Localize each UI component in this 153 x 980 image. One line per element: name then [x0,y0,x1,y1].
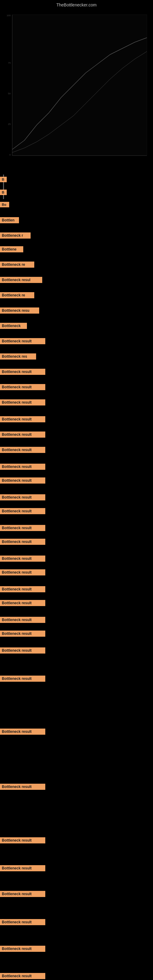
bottleneck-item-15: Bottleneck result [0,384,45,390]
bottleneck-item-10: Bottleneck resu [0,307,39,314]
bottleneck-item-3: Bo [0,202,9,208]
bottleneck-item-16: Bottleneck result [0,399,45,406]
bottleneck-item-32: Bottleneck result [0,647,45,654]
bottleneck-item-31: Bottleneck result [0,630,45,637]
bottleneck-item-41: Bottleneck result [0,973,45,979]
bottleneck-results-container: B B Bo Bottlen Bottleneck r Bottlene Bot… [0,168,153,979]
svg-text:100: 100 [7,14,11,17]
bottleneck-item-21: Bottleneck result [0,477,45,484]
bottleneck-item-30: Bottleneck result [0,616,45,623]
site-title: TheBottlenecker.com [0,0,153,9]
svg-text:75: 75 [8,62,11,64]
bottleneck-item-38: Bottleneck result [0,891,45,897]
svg-rect-1 [12,15,147,156]
bottleneck-item-2: B [0,189,7,196]
svg-text:25: 25 [8,123,11,126]
bottleneck-item-9: Bottleneck re [0,292,34,299]
bottleneck-item-7: Bottleneck re [0,261,34,268]
bottleneck-item-24: Bottleneck result [0,525,45,531]
chart-area: 0 25 50 75 100 [0,9,153,168]
bottleneck-item-14: Bottleneck result [0,368,45,375]
bottleneck-item-18: Bottleneck result [0,431,45,438]
bottleneck-item-29: Bottleneck result [0,600,45,606]
bottleneck-item-22: Bottleneck result [0,494,45,501]
bottleneck-item-5: Bottleneck r [0,232,30,239]
bottleneck-item-40: Bottleneck result [0,945,45,952]
bottleneck-item-6: Bottlene [0,246,23,253]
bottleneck-item-17: Bottleneck result [0,416,45,423]
bottleneck-item-11: Bottleneck [0,323,27,329]
svg-text:50: 50 [8,92,11,95]
bottleneck-item-36: Bottleneck result [0,837,45,844]
bottleneck-item-23: Bottleneck result [0,508,45,514]
bottleneck-item-13: Bottleneck res [0,353,36,360]
bottleneck-item-37: Bottleneck result [0,865,45,872]
bottleneck-item-28: Bottleneck result [0,586,45,593]
bottleneck-item-25: Bottleneck result [0,538,45,545]
bottleneck-item-19: Bottleneck result [0,447,45,453]
bottleneck-item-33: Bottleneck result [0,675,45,682]
bottleneck-item-39: Bottleneck result [0,919,45,926]
bottleneck-item-26: Bottleneck result [0,555,45,562]
bottleneck-item-1: B [0,177,7,183]
bottleneck-item-34: Bottleneck result [0,728,45,735]
bottleneck-item-27: Bottleneck result [0,569,45,576]
chart-svg: 0 25 50 75 100 [0,9,153,168]
bottleneck-item-35: Bottleneck result [0,783,45,790]
bottleneck-item-12: Bottleneck result [0,338,45,345]
bottleneck-item-8: Bottleneck resul [0,277,42,283]
bottleneck-item-4: Bottlen [0,217,19,224]
svg-text:0: 0 [10,153,11,156]
bottleneck-item-20: Bottleneck result [0,463,45,470]
